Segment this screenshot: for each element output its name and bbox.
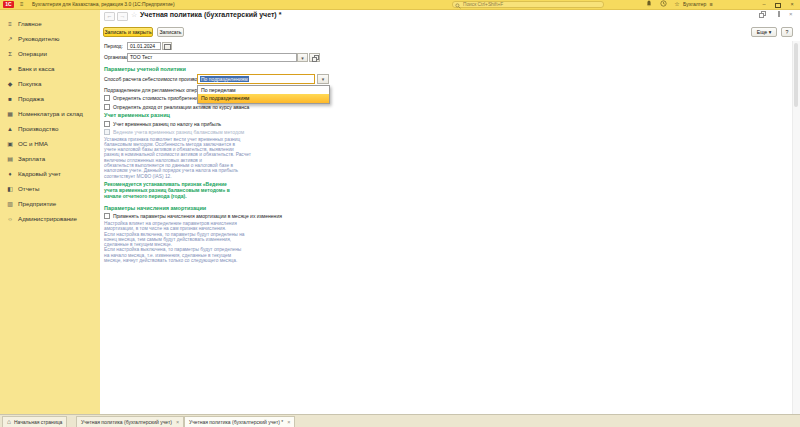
window-maximize-button[interactable] [775,3,781,8]
hint-line: амортизации, в том числе на сам признак … [104,226,244,231]
1c-logo: 1С [3,1,14,8]
open-link-icon [312,55,317,60]
current-user-role[interactable]: Бухгалтер [683,0,706,9]
dropdown-option-selected[interactable]: По подразделениям [198,94,329,103]
tab-accounting-policy-2-active[interactable]: Учетная политика (бухгалтерский учет) * … [184,416,295,427]
period-input[interactable]: 01.01.2024 [127,42,161,50]
global-search-input[interactable]: Поиск Ctrl+Shift+F [452,1,604,8]
chart-up-icon: ↗ [5,36,15,42]
sidebar-item-label: ОС и НМА [18,140,48,147]
sidebar-item-nomenklatura[interactable]: ▦Номенклатура и склад [0,106,100,121]
sidebar-item-glavnoe[interactable]: ≡Главное [0,16,100,31]
sidebar-item-label: Кадровый учет [18,170,61,177]
checkbox-cost-acquisition[interactable] [104,95,110,101]
resize-form-icon[interactable] [759,11,765,17]
main-icon: ≡ [5,21,15,27]
organization-dropdown-button[interactable]: ▾ [297,53,308,62]
tab-label: Учетная политика (бухгалтерский учет) * [189,419,283,425]
recommendation-line: Рекомендуется устанавливать признак «Вед… [104,181,230,187]
hint-line: месяце, начнут действовать только со сле… [104,258,244,263]
period-label: Период: [104,43,123,49]
notifications-bell-icon[interactable] [644,0,654,9]
sidebar-item-operacii[interactable]: ΣОперации [0,46,100,61]
organization-input[interactable]: ТОО Тест [127,53,297,62]
main-menu-icon[interactable]: ≡ [20,0,24,9]
selected-text: По подразделениям [200,76,249,82]
sidebar-item-predpriyatie[interactable]: ▥Предприятие [0,196,100,211]
window-minimize-button[interactable]: – [760,0,768,9]
tab-close-icon[interactable]: × [176,419,179,425]
tab-label: Учетная политика (бухгалтерский учет) [81,419,172,425]
scrollbar-thumb[interactable] [794,43,798,107]
sidebar-item-kadrovyj-uchet[interactable]: ♦Кадровый учет [0,166,100,181]
sidebar-item-prodazha[interactable]: ■Продажа [0,91,100,106]
checkbox-temp-diff[interactable] [104,121,110,127]
sidebar-item-rukovoditelyu[interactable]: ↗Руководителю [0,31,100,46]
more-label: Еще [757,29,768,35]
window-close-button[interactable]: × [788,0,796,9]
pin-form-icon[interactable] [778,11,780,17]
sidebar-item-label: Предприятие [18,200,56,207]
nav-back-button[interactable]: ← [104,12,115,21]
checkbox-amortization-label: Применять параметры начисления амортизац… [113,213,282,219]
bank-icon: ● [5,66,15,72]
close-form-icon[interactable]: × [789,11,793,17]
checkbox-balance-method-label: Ведение учета временных разниц балансовы… [113,129,244,135]
calendar-icon [164,44,171,50]
history-clock-icon[interactable] [658,0,668,9]
sidebar-item-os-nma[interactable]: ▣ОС и НМА [0,136,100,151]
division-label: Подразделение для регламентных операций: [104,87,210,93]
sidebar-item-label: Банк и касса [18,65,54,72]
organization-open-button[interactable] [309,53,320,62]
enterprise-icon: ▥ [5,201,15,207]
search-placeholder: Поиск Ctrl+Shift+F [463,2,503,8]
search-icon [455,3,461,9]
page-title: Учетная политика (бухгалтерский учет) * [140,11,281,18]
settings-menu-icon[interactable]: ≡ [706,0,716,9]
sidebar-item-label: Покупка [18,80,41,87]
hint-line: разниц в номинальной стоимости активов и… [104,152,251,157]
hint-line: соответствует МСФО (IAS) 12. [104,174,251,179]
checkbox-income-sales[interactable] [104,104,110,110]
tab-accounting-policy-1[interactable]: Учетная политика (бухгалтерский учет) × [76,416,184,427]
dropdown-option[interactable]: По переделам [198,86,329,95]
app-window: 1С ≡ Бухгалтерия для Казахстана, редакци… [0,0,800,427]
sidebar-item-bank-kassa[interactable]: ●Банк и касса [0,61,100,76]
sidebar-item-pokupka[interactable]: ◆Покупка [0,76,100,91]
app-title: Бухгалтерия для Казахстана, редакция 3.0… [32,0,175,9]
tab-close-icon[interactable]: × [287,419,290,425]
sidebar-item-otchety[interactable]: ◧Отчеты [0,181,100,196]
sidebar-item-label: Зарплата [18,155,45,162]
cost-method-dropdown-list: По переделам По подразделениям [197,85,330,104]
favorite-star-icon[interactable]: ☆ [131,10,137,19]
checkbox-amortization[interactable] [104,213,110,219]
hr-icon: ♦ [5,171,15,177]
home-icon: ⌂ [7,419,11,426]
vertical-scrollbar[interactable] [792,41,800,414]
sidebar-item-label: Отчеты [18,185,39,192]
warehouse-icon: ▦ [5,111,15,117]
sidebar-item-label: Производство [18,125,58,132]
operations-icon: Σ [5,51,15,57]
favorites-star-icon[interactable]: ☆ [672,0,682,9]
cost-method-combobox[interactable]: По подразделениям [197,74,315,84]
sidebar-item-zarplata[interactable]: ▤Зарплата [0,151,100,166]
nav-forward-button[interactable]: → [117,12,128,21]
hint-line: налоговом учете. Данный порядок учета на… [104,168,251,173]
sidebar-item-administrirovanie[interactable]: ☼Администрирование [0,211,100,226]
sidebar-item-proizvodstvo[interactable]: ▲Производство [0,121,100,136]
tab-home-label: Начальная страница [14,419,62,425]
chevron-down-icon: ▾ [769,29,772,35]
cost-method-label: Способ расчета себестоимости производств… [104,76,212,82]
checkbox-income-sales-label: Определять доход от реализации активов п… [113,104,249,110]
salary-icon: ▤ [5,156,15,162]
sidebar-item-label: Операции [18,50,47,57]
help-button[interactable]: ? [781,27,793,37]
section-panel: ≡Главное ↗Руководителю ΣОперации ●Банк и… [0,9,100,415]
more-actions-button[interactable]: Еще ▾ [751,27,777,37]
save-button[interactable]: Записать [157,27,184,37]
calendar-picker-button[interactable] [162,42,172,50]
tab-home[interactable]: ⌂ Начальная страница [2,416,67,427]
save-and-close-button[interactable]: Записать и закрыть [103,27,153,37]
cost-method-dropdown-button[interactable]: ▾ [317,74,329,84]
